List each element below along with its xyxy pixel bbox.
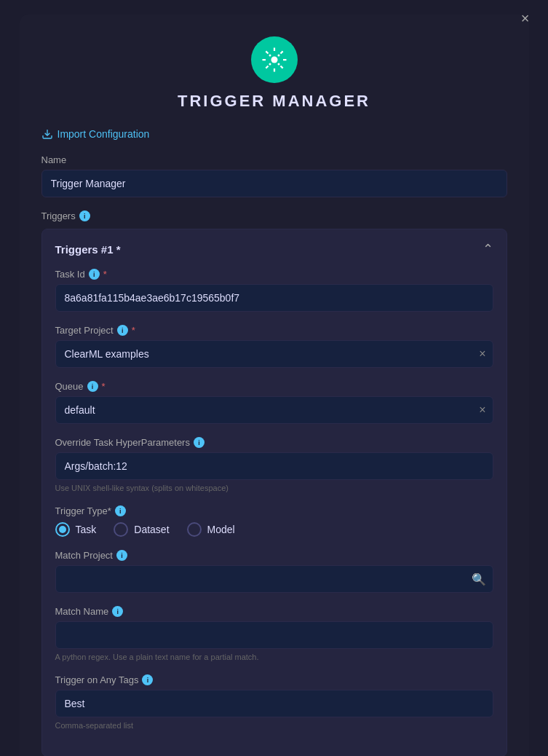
trigger-type-task-option[interactable]: Task: [55, 522, 97, 537]
trigger-card: Triggers #1 * ⌃ Task Id i * Target Proje…: [41, 229, 507, 756]
trigger-tags-label: Trigger on Any Tags i: [55, 674, 493, 685]
trigger-type-dataset-radio[interactable]: [114, 522, 128, 537]
task-id-info-icon[interactable]: i: [89, 269, 100, 280]
match-name-info-icon[interactable]: i: [112, 606, 123, 617]
target-project-input-wrapper: ×: [55, 340, 493, 368]
trigger-type-model-radio[interactable]: [187, 522, 202, 537]
close-button[interactable]: ×: [515, 7, 536, 29]
match-project-group: Match Project i 🔍: [55, 550, 493, 593]
trigger-type-model-option[interactable]: Model: [187, 522, 235, 537]
trigger-tags-hint: Comma-separated list: [55, 721, 493, 730]
import-icon: [41, 128, 53, 140]
trigger-type-info-icon[interactable]: i: [115, 505, 126, 516]
modal-title: TRIGGER MANAGER: [178, 92, 370, 111]
trigger-tags-info-icon[interactable]: i: [142, 674, 153, 685]
trigger-card-header: Triggers #1 * ⌃: [55, 243, 493, 256]
trigger-card-title: Triggers #1 *: [55, 243, 121, 256]
modal-header: TRIGGER MANAGER: [41, 36, 507, 111]
target-project-input[interactable]: [55, 340, 493, 368]
name-label: Name: [41, 154, 507, 165]
svg-point-1: [269, 55, 271, 57]
trigger-type-radio-group: Task Dataset Model: [55, 522, 493, 537]
match-project-input-wrapper: 🔍: [55, 565, 493, 593]
override-params-input[interactable]: [55, 452, 493, 480]
svg-point-4: [277, 63, 279, 66]
name-input[interactable]: [41, 170, 507, 197]
trigger-tags-input[interactable]: [55, 690, 493, 717]
svg-point-2: [277, 55, 279, 57]
queue-input[interactable]: [55, 396, 493, 424]
target-project-group: Target Project i * ×: [55, 325, 493, 368]
queue-clear-button[interactable]: ×: [479, 404, 485, 416]
logo-icon: [251, 36, 298, 83]
trigger-type-model-label: Model: [207, 524, 235, 535]
queue-info-icon[interactable]: i: [87, 381, 98, 392]
triggers-info-icon[interactable]: i: [79, 210, 90, 221]
queue-label: Queue i *: [55, 381, 493, 392]
triggers-section: Triggers i Triggers #1 * ⌃ Task Id i *: [41, 210, 507, 756]
task-id-label: Task Id i *: [55, 269, 493, 280]
match-project-info-icon[interactable]: i: [116, 550, 127, 561]
override-params-hint: Use UNIX shell-like syntax (splits on wh…: [55, 484, 493, 492]
import-config-link[interactable]: Import Configuration: [41, 128, 507, 140]
match-project-search-button[interactable]: 🔍: [472, 572, 486, 586]
match-name-label: Match Name i: [55, 606, 493, 617]
target-project-label: Target Project i *: [55, 325, 493, 336]
collapse-button[interactable]: ⌃: [483, 243, 493, 256]
task-id-input[interactable]: [55, 284, 493, 312]
trigger-tags-group: Trigger on Any Tags i Comma-separated li…: [55, 674, 493, 730]
match-project-label: Match Project i: [55, 550, 493, 561]
trigger-type-label: Trigger Type* i: [55, 505, 493, 516]
queue-group: Queue i * ×: [55, 381, 493, 424]
match-name-input[interactable]: [55, 621, 493, 649]
override-params-info-icon[interactable]: i: [194, 437, 204, 448]
svg-point-0: [271, 57, 277, 63]
override-params-label: Override Task HyperParameters i: [55, 437, 493, 448]
task-id-group: Task Id i *: [55, 269, 493, 312]
trigger-manager-modal: × TRIGGER MANAGER Impo: [20, 15, 529, 756]
override-params-group: Override Task HyperParameters i Use UNIX…: [55, 437, 493, 492]
svg-point-3: [269, 63, 271, 66]
trigger-type-task-radio[interactable]: [55, 522, 70, 537]
match-name-hint: A python regex. Use a plain text name fo…: [55, 653, 493, 661]
gear-robot-icon: [261, 47, 287, 73]
target-project-info-icon[interactable]: i: [117, 325, 128, 336]
target-project-clear-button[interactable]: ×: [479, 348, 485, 360]
triggers-label: Triggers i: [41, 210, 507, 221]
queue-input-wrapper: ×: [55, 396, 493, 424]
trigger-type-dataset-option[interactable]: Dataset: [114, 522, 169, 537]
trigger-type-task-label: Task: [76, 524, 97, 535]
match-name-group: Match Name i A python regex. Use a plain…: [55, 606, 493, 661]
trigger-type-group: Trigger Type* i Task Dataset: [55, 505, 493, 537]
match-project-input[interactable]: [55, 565, 493, 593]
trigger-type-dataset-label: Dataset: [134, 524, 169, 535]
name-form-group: Name: [41, 154, 507, 197]
